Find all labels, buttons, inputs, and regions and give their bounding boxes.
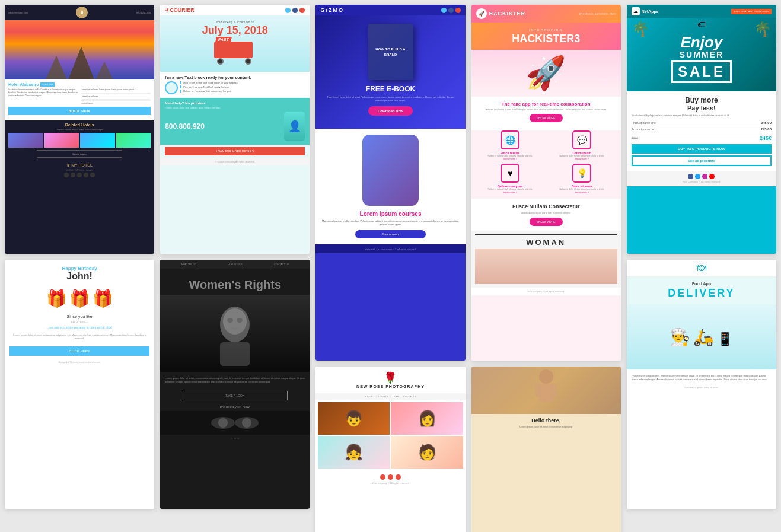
hotel-social-1 xyxy=(64,173,69,177)
sale-buy-title: Buy more xyxy=(632,96,772,104)
hotel-logo-circle: H xyxy=(76,7,88,18)
hotel-lorem-btn[interactable]: Lorem ipsum xyxy=(37,150,122,158)
sale-buy-btn[interactable]: BUY TWO PRODUCTS NOW xyxy=(632,144,772,154)
gizmo-free-account-btn[interactable]: Free account xyxy=(355,230,425,238)
sale-logo-symbol: ☁ xyxy=(633,9,638,14)
template-food[interactable]: 🍽 Food App DELIVERY 👨‍🍳 🛵 📱 xyxy=(627,260,776,509)
photo-footer-social xyxy=(319,474,461,480)
womens-nav-1[interactable]: WHAT WE DO xyxy=(181,263,196,266)
gizmo-desc: Nam lorem lacus dolor sit amet Pellentes… xyxy=(321,95,459,103)
photo-grid: 👦 👩 👧 🧑 xyxy=(315,400,465,471)
template-hotel[interactable]: info@myhotel.com H 800.123.4456 xyxy=(5,5,154,254)
courier-header: ⇉ COURIER xyxy=(160,5,310,15)
template-sale[interactable]: ☁ NetApps FREE TRIAL AND PROMOTION 🌴 🌴 🏷… xyxy=(627,5,776,254)
hotel-related-title: Related Hotels xyxy=(8,123,151,127)
birthday-sent-section: ...we sent you some presents to open wit… xyxy=(5,323,154,333)
hackister-product: HACKISTER3 xyxy=(477,33,615,44)
womens-take-look-btn[interactable]: TAKE A LOOK xyxy=(183,391,288,400)
photo-nav-2[interactable]: CLIENTS xyxy=(378,395,388,398)
hackister-feature-icon-4: 💡 xyxy=(572,164,591,183)
sale-social-yt xyxy=(709,174,715,179)
courier-help-text: Lorem ipsum dolor tem urabitur acec temp… xyxy=(165,106,305,109)
template-hackister[interactable]: 🚀 HACKISTER ANY DEVICE. ANYWHERE. FAST. … xyxy=(471,5,621,361)
hackister-subtitle-section: The fake app for real-time collaboration… xyxy=(471,97,621,130)
birthday-cta-btn[interactable]: CLICK HERE xyxy=(9,346,149,356)
courier-footer-text: © courier company.All rights reserved. xyxy=(162,160,307,163)
courier-loan-btn[interactable]: LOAN FOR MORE DETAILS xyxy=(165,147,305,155)
photo-card-inner: 🌹 NEW ROSE PHOTOGRAPHY STUDIO | CLIENTS … xyxy=(315,367,465,532)
womens-nav-3[interactable]: CONTACT US xyxy=(274,263,289,266)
hotel-book-btn[interactable]: BOOK NOW xyxy=(8,107,151,115)
template-birthday[interactable]: Happy Birthday John! 🎁 🎁 🎁 Since you lik… xyxy=(5,260,154,509)
hotel-header-bar: info@myhotel.com H 800.123.4456 xyxy=(5,5,154,20)
hotel-thumbs xyxy=(8,133,151,148)
womens-nav-2[interactable]: VOLUNTEER xyxy=(228,263,242,266)
gift-icon-1: 🎁 xyxy=(46,289,67,308)
hackister-rocket-icon: 🚀 xyxy=(479,11,484,17)
courier-logo-text: COURIER xyxy=(170,7,195,13)
column-3: GiZMO HOW TO BUILD A BRAND xyxy=(315,5,465,532)
food-illustration: 👨‍🍳 🛵 📱 xyxy=(627,304,776,369)
hackister-card-inner: 🚀 HACKISTER ANY DEVICE. ANYWHERE. FAST. … xyxy=(471,5,621,361)
photo-nav-3[interactable]: TEAM xyxy=(393,395,399,398)
hotel-social-icons xyxy=(8,173,151,177)
template-hello[interactable]: Hello there, Lorem ipsum dolor sit amet … xyxy=(471,367,621,532)
column-4: 🚀 HACKISTER ANY DEVICE. ANYWHERE. FAST. … xyxy=(471,5,621,532)
courier-text-section: I'm a new Text block ready for your cont… xyxy=(160,72,310,98)
sale-buy-text: Vestibulum id ligula porta felis euismod… xyxy=(632,114,772,117)
template-gizmo[interactable]: GiZMO HOW TO BUILD A BRAND xyxy=(315,5,465,361)
hackister-feature-link-3[interactable]: Show more ? xyxy=(476,191,544,194)
hackister-feature-link-2[interactable]: Show more ? xyxy=(548,157,616,160)
womens-body: Lorem ipsum dolor sit amet, consectetur … xyxy=(160,372,310,388)
photo-nav-1[interactable]: STUDIO xyxy=(365,395,374,398)
birthday-card-inner: Happy Birthday John! 🎁 🎁 🎁 Since you lik… xyxy=(5,260,154,509)
sale-enjoy: Enjoy xyxy=(632,34,772,50)
photo-nav-4[interactable]: CONTACTS xyxy=(403,395,416,398)
template-womens[interactable]: WHAT WE DO VOLUNTEER CONTACT US Women's … xyxy=(160,260,310,509)
hotel-thumb-3 xyxy=(80,133,115,148)
food-body-text: Phasellus vel torquatc felis. Maecenas n… xyxy=(632,374,772,381)
hotel-footer-logo: ♛ MY HOTEL xyxy=(8,163,151,168)
food-body: Phasellus vel torquatc felis. Maecenas n… xyxy=(627,369,776,386)
courier-social-tw xyxy=(292,8,298,13)
courier-hero: Your Pick-up is scheduled on July 15, 20… xyxy=(160,15,310,72)
hackister-header: 🚀 HACKISTER ANY DEVICE. ANYWHERE. FAST. xyxy=(471,5,621,23)
courier-clock-icon xyxy=(165,81,178,94)
hotel-desc-1: Curabitur elementum cursus nulla. Curabi… xyxy=(8,88,78,97)
hackister-feature-link-1[interactable]: Show more ? xyxy=(476,157,544,160)
svg-point-1 xyxy=(223,308,247,335)
photo-header: 🌹 NEW ROSE PHOTOGRAPHY xyxy=(315,367,465,393)
photo-cell-2: 👩 xyxy=(391,402,463,435)
photo-footer: Your company © All rights reserved xyxy=(315,471,465,488)
hackister-show-more-bottom[interactable]: SHOW MORE xyxy=(530,218,563,226)
template-photography[interactable]: 🌹 NEW ROSE PHOTOGRAPHY STUDIO | CLIENTS … xyxy=(315,367,465,532)
pyramid-1 xyxy=(46,56,67,79)
hackister-footer: Your company © All rights reserved. xyxy=(471,288,621,295)
courier-footer: © courier company.All rights reserved. xyxy=(160,158,310,165)
hackister-feature-link-4[interactable]: Show more ? xyxy=(548,191,616,194)
hackister-subtitle: The fake app for real-time collaboration xyxy=(476,101,616,107)
sale-logo-icon: ☁ xyxy=(632,7,640,15)
hotel-phone-header: 800.123.4456 xyxy=(136,11,151,14)
gallery-wrapper: info@myhotel.com H 800.123.4456 xyxy=(0,0,781,532)
hotel-thumb-2 xyxy=(44,133,79,148)
hotel-bar-2 xyxy=(81,99,151,101)
courier-list-3: Deliver to: I'm a new Text block ready f… xyxy=(180,90,305,93)
food-title: DELIVERY xyxy=(632,287,772,300)
courier-help-section: Need help? No problem. Lorem ipsum dolor… xyxy=(160,98,310,145)
gizmo-download-btn[interactable]: Download Now xyxy=(368,106,413,116)
sale-hero: 🌴 🌴 🏷 Enjoy SUMMER SALE xyxy=(627,18,776,91)
sale-summer: SUMMER xyxy=(632,50,772,59)
hackister-rocket-area: 🚀 xyxy=(471,50,621,97)
pyramid-2 xyxy=(68,47,94,79)
hotel-hero xyxy=(5,20,154,79)
sale-all-btn[interactable]: See all products xyxy=(632,155,772,166)
photo-person-2: 👩 xyxy=(418,410,436,427)
womens-subtitle: We need you. Now. xyxy=(160,405,310,409)
hackister-show-more-btn[interactable]: SHOW MORE xyxy=(530,114,563,122)
hotel-desc-3: Lorem ipsum lorem xyxy=(81,95,151,98)
template-courier[interactable]: ⇉ COURIER Your Pick-up is scheduled on J… xyxy=(160,5,310,254)
gift-icon-3: 🎁 xyxy=(93,289,113,308)
sale-header-btn[interactable]: FREE TRIAL AND PROMOTION xyxy=(731,9,772,14)
sale-social-ig xyxy=(702,174,707,179)
